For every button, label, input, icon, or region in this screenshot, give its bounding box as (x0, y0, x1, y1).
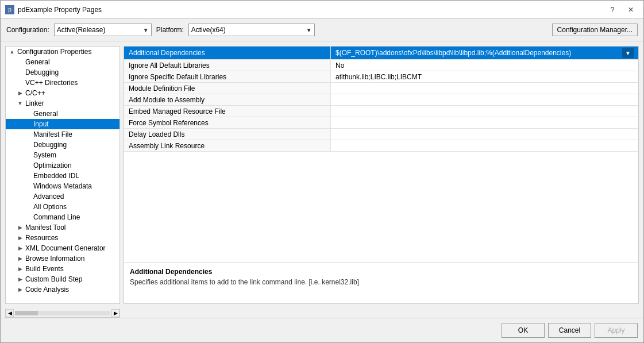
platform-value: Active(x64) (191, 26, 226, 34)
prop-name-cell: Embed Managed Resource File (124, 106, 331, 117)
tree-label-build-events: Build Events (24, 265, 64, 273)
title-bar-controls: ? ✕ (604, 4, 639, 16)
prop-name-cell: Force Symbol References (124, 117, 331, 128)
prop-value-cell[interactable] (331, 117, 638, 128)
tree-label-resources: Resources (24, 234, 58, 242)
close-button[interactable]: ✕ (623, 4, 639, 16)
property-row[interactable]: Add Module to Assembly (124, 94, 638, 106)
tree-item-linker[interactable]: ▼Linker (6, 98, 119, 109)
config-dropdown[interactable]: Active(Release) ▼ (54, 24, 152, 36)
tree-label-xml-doc-gen: XML Document Generator (24, 244, 106, 252)
scroll-right-arrow[interactable]: ▶ (111, 309, 119, 317)
tree-label-linker-winmeta: Windows Metadata (32, 182, 92, 190)
property-row[interactable]: Force Symbol References (124, 117, 638, 129)
tree-expand-resources[interactable]: ▶ (16, 234, 24, 242)
tree-label-debugging: Debugging (24, 68, 59, 76)
tree-item-resources[interactable]: ▶Resources (6, 233, 119, 243)
tree-item-cpp[interactable]: ▶C/C++ (6, 88, 119, 98)
tree-expand-manifest-tool[interactable]: ▶ (16, 223, 24, 232)
tree-item-debugging[interactable]: Debugging (6, 67, 119, 78)
tree-expand-xml-doc-gen[interactable]: ▶ (16, 244, 24, 252)
tree-expand-browse-info[interactable]: ▶ (16, 255, 24, 263)
tree-item-manifest-tool[interactable]: ▶Manifest Tool (6, 222, 119, 233)
tree-item-general[interactable]: General (6, 57, 119, 67)
tree-label-general: General (24, 58, 50, 66)
apply-button[interactable]: Apply (595, 323, 638, 338)
tree-label-linker-general: General (32, 110, 58, 118)
description-panel: Additional Dependencies Specifies additi… (124, 263, 638, 303)
property-row[interactable]: Embed Managed Resource File (124, 106, 638, 117)
property-pages-dialog: p pdExample Property Pages ? ✕ Configura… (0, 0, 644, 343)
prop-value-cell[interactable] (331, 94, 638, 105)
prop-value-cell[interactable] (331, 129, 638, 140)
tree-item-linker-winmeta[interactable]: Windows Metadata (6, 181, 119, 191)
prop-value-cell[interactable]: $(OF_ROOT)\addons\ofxPd\libs\libpd\lib\l… (331, 47, 638, 59)
tree-item-vc-dirs[interactable]: VC++ Directories (6, 78, 119, 88)
tree-item-build-events[interactable]: ▶Build Events (6, 264, 119, 274)
tree-item-custom-build[interactable]: ▶Custom Build Step (6, 274, 119, 284)
config-bar: Configuration: Active(Release) ▼ Platfor… (1, 19, 643, 41)
prop-value-cell[interactable] (331, 140, 638, 151)
property-row[interactable]: Assembly Link Resource (124, 140, 638, 152)
prop-dropdown-button[interactable]: ▼ (622, 48, 634, 58)
tree-expand-config-props[interactable]: ▲ (8, 48, 16, 56)
tree-expand-custom-build[interactable]: ▶ (16, 275, 24, 283)
platform-dropdown[interactable]: Active(x64) ▼ (188, 24, 315, 36)
config-manager-button[interactable]: Configuration Manager... (552, 24, 638, 36)
tree-label-browse-info: Browse Information (24, 255, 84, 263)
tree-label-linker-manifest: Manifest File (32, 130, 72, 138)
tree-item-linker-advanced[interactable]: Advanced (6, 191, 119, 202)
prop-value-cell[interactable]: atlthunk.lib;LIBC.lib;LIBCMT (331, 71, 638, 82)
prop-value-cell[interactable]: No (331, 60, 638, 71)
tree-label-code-analysis: Code Analysis (24, 286, 69, 294)
platform-label: Platform: (156, 26, 184, 34)
tree-item-linker-system[interactable]: System (6, 150, 119, 160)
tree-item-linker-eidl[interactable]: Embedded IDL (6, 171, 119, 181)
prop-value-text: atlthunk.lib;LIBC.lib;LIBCMT (336, 73, 634, 81)
tree-expand-code-analysis[interactable]: ▶ (16, 286, 24, 294)
tree-expand-build-events[interactable]: ▶ (16, 265, 24, 273)
tree-expand-linker[interactable]: ▼ (16, 99, 24, 107)
property-row[interactable]: Additional Dependencies$(OF_ROOT)\addons… (124, 47, 638, 60)
tree-item-linker-optim[interactable]: Optimization (6, 160, 119, 171)
tree-label-linker-allopts: All Options (32, 203, 67, 211)
tree-label-linker-advanced: Advanced (32, 192, 64, 201)
tree-item-linker-debug[interactable]: Debugging (6, 140, 119, 150)
tree-expand-cpp[interactable]: ▶ (16, 89, 24, 97)
platform-dropdown-arrow: ▼ (306, 27, 312, 33)
property-row[interactable]: Ignore Specific Default Librariesatlthun… (124, 71, 638, 83)
tree-item-linker-input[interactable]: Input (6, 119, 119, 129)
tree-label-cpp: C/C++ (24, 89, 45, 97)
tree-item-xml-doc-gen[interactable]: ▶XML Document Generator (6, 243, 119, 253)
property-row[interactable]: Module Definition File (124, 83, 638, 94)
desc-title: Additional Dependencies (130, 268, 633, 276)
tree-label-linker-eidl: Embedded IDL (32, 172, 79, 180)
tree-item-linker-allopts[interactable]: All Options (6, 202, 119, 212)
config-label: Configuration: (6, 26, 49, 34)
desc-text: Specifies additional items to add to the… (130, 278, 633, 286)
bottom-bar: OK Cancel Apply (1, 318, 643, 342)
ok-button[interactable]: OK (502, 323, 545, 338)
property-row[interactable]: Delay Loaded Dlls (124, 129, 638, 140)
tree-item-config-props[interactable]: ▲Configuration Properties (6, 47, 119, 57)
tree-item-linker-cmdline[interactable]: Command Line (6, 212, 119, 222)
prop-name-cell: Add Module to Assembly (124, 94, 331, 105)
cancel-button[interactable]: Cancel (548, 323, 591, 338)
tree-panel: ▲Configuration PropertiesGeneralDebuggin… (5, 46, 120, 304)
properties-panel: Additional Dependencies$(OF_ROOT)\addons… (124, 46, 639, 304)
prop-value-cell[interactable] (331, 83, 638, 94)
app-icon: p (5, 5, 14, 14)
prop-name-cell: Ignore Specific Default Libraries (124, 71, 331, 82)
tree-item-code-analysis[interactable]: ▶Code Analysis (6, 284, 119, 295)
tree-item-linker-general[interactable]: General (6, 109, 119, 119)
prop-value-cell[interactable] (331, 106, 638, 117)
tree-item-linker-manifest[interactable]: Manifest File (6, 129, 119, 140)
config-value: Active(Release) (57, 26, 106, 34)
tree-item-browse-info[interactable]: ▶Browse Information (6, 253, 119, 264)
tree-label-vc-dirs: VC++ Directories (24, 79, 78, 87)
property-row[interactable]: Ignore All Default LibrariesNo (124, 60, 638, 71)
scroll-left-arrow[interactable]: ◀ (6, 309, 14, 317)
help-button[interactable]: ? (604, 4, 620, 16)
main-content: ▲Configuration PropertiesGeneralDebuggin… (1, 41, 643, 309)
tree-label-linker: Linker (24, 99, 44, 107)
